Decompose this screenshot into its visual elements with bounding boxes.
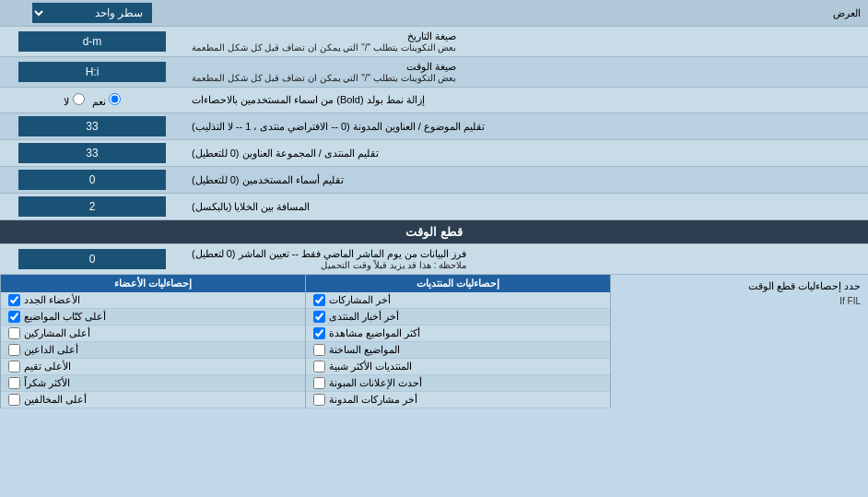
forum-per-page-label: تقليم المنتدى / المجموعة العناوين (0 للت… bbox=[184, 140, 868, 166]
cb-col2-item-3: أعلى الداعين bbox=[1, 342, 305, 359]
cb-col1-6[interactable] bbox=[313, 394, 325, 406]
date-format-row: صيغة التاريخ بعض التكوينات يتطلب "/" الت… bbox=[0, 27, 868, 57]
topics-per-page-input[interactable] bbox=[18, 116, 166, 136]
bold-remove-label: إزالة نمط بولد (Bold) من اسماء المستخدمي… bbox=[184, 88, 868, 112]
time-format-input-cell bbox=[0, 57, 184, 87]
cb-col2-item-2: أعلى المشاركين bbox=[1, 325, 305, 342]
cb-col1-1[interactable] bbox=[313, 311, 325, 323]
cut-time-filter-input-cell bbox=[0, 244, 184, 274]
topics-per-page-label: تقليم الموضوع / العناوين المدونة (0 -- ا… bbox=[184, 113, 868, 139]
cb-col2-2[interactable] bbox=[8, 327, 20, 339]
cb-col2-3[interactable] bbox=[8, 344, 20, 356]
space-between-label: المسافة بين الخلايا (بالبكسل) bbox=[184, 194, 868, 219]
radio-no[interactable] bbox=[73, 93, 85, 105]
cb-col2-6[interactable] bbox=[8, 394, 20, 406]
main-container: العرض سطر واحد سطرين ثلاثة أسطر صيغة الت… bbox=[0, 0, 868, 408]
cb-col2-5[interactable] bbox=[8, 377, 20, 389]
topics-per-page-input-cell bbox=[0, 113, 184, 139]
date-format-input-cell bbox=[0, 27, 184, 56]
date-format-label: صيغة التاريخ بعض التكوينات يتطلب "/" الت… bbox=[184, 27, 868, 56]
stats-right-note: حدد إحصاءليات قطع الوقت If FIL bbox=[610, 275, 868, 408]
cb-col1-item-2: أكثر المواضيع مشاهدة bbox=[306, 325, 610, 342]
top-select-cell: سطر واحد سطرين ثلاثة أسطر bbox=[0, 0, 184, 26]
cb-col1-2[interactable] bbox=[313, 327, 325, 339]
cb-col1-item-3: المواضيع الساخنة bbox=[306, 342, 610, 359]
time-format-row: صيغة الوقت بعض التكوينات يتطلب "/" التي … bbox=[0, 57, 868, 88]
checkbox-columns: إحصاءليات المنتديات أخر المشاركات أخر أخ… bbox=[0, 275, 610, 408]
users-per-page-label: تقليم أسماء المستخدمين (0 للتعطيل) bbox=[184, 167, 868, 193]
cb-col1-4[interactable] bbox=[313, 361, 325, 373]
stats-col2: إحصاءليات الأعضاء الأعضاء الجدد أعلى كتّ… bbox=[0, 275, 305, 408]
cb-col1-item-1: أخر أخبار المنتدى bbox=[306, 309, 610, 325]
cut-time-section-header: قطع الوقت bbox=[0, 220, 868, 244]
stats-col1-header: إحصاءليات المنتديات bbox=[306, 275, 610, 292]
cb-col1-0[interactable] bbox=[313, 294, 325, 306]
time-format-input[interactable] bbox=[18, 62, 166, 82]
users-per-page-input-cell bbox=[0, 167, 184, 193]
cb-col2-item-0: الأعضاء الجدد bbox=[1, 292, 305, 309]
cb-col1-item-6: أخر مشاركات المدونة bbox=[306, 392, 610, 408]
top-label: العرض bbox=[184, 4, 868, 23]
cb-col1-item-5: أحدث الإعلانات المبونة bbox=[306, 375, 610, 392]
space-between-row: المسافة بين الخلايا (بالبكسل) bbox=[0, 194, 868, 220]
forum-per-page-input-cell bbox=[0, 140, 184, 166]
cb-col1-3[interactable] bbox=[313, 344, 325, 356]
stats-col1: إحصاءليات المنتديات أخر المشاركات أخر أخ… bbox=[305, 275, 610, 408]
cut-time-filter-label: فرز البيانات من يوم الماشر الماضي فقط --… bbox=[184, 244, 868, 274]
space-between-input[interactable] bbox=[18, 196, 166, 217]
stats-col2-header: إحصاءليات الأعضاء bbox=[1, 275, 305, 292]
cb-col2-1[interactable] bbox=[8, 311, 20, 323]
forum-per-page-row: تقليم المنتدى / المجموعة العناوين (0 للت… bbox=[0, 140, 868, 167]
time-format-label: صيغة الوقت بعض التكوينات يتطلب "/" التي … bbox=[184, 57, 868, 87]
bold-remove-radio-cell: نعم لا bbox=[0, 88, 184, 112]
cb-col2-item-1: أعلى كتّاب المواضيع bbox=[1, 309, 305, 325]
cb-col1-item-4: المنتديات الأكثر شبية bbox=[306, 359, 610, 375]
cb-col2-item-4: الأعلى تقيم bbox=[1, 359, 305, 375]
bold-remove-row: إزالة نمط بولد (Bold) من اسماء المستخدمي… bbox=[0, 88, 868, 113]
cb-col1-5[interactable] bbox=[313, 377, 325, 389]
radio-yes-label[interactable]: نعم bbox=[92, 93, 121, 108]
radio-no-label[interactable]: لا bbox=[64, 93, 84, 108]
cut-time-filter-row: فرز البيانات من يوم الماشر الماضي فقط --… bbox=[0, 244, 868, 275]
forum-per-page-input[interactable] bbox=[18, 143, 166, 163]
users-per-page-input[interactable] bbox=[18, 170, 166, 190]
display-select[interactable]: سطر واحد سطرين ثلاثة أسطر bbox=[32, 3, 152, 23]
radio-yes[interactable] bbox=[109, 93, 121, 105]
cb-col2-4[interactable] bbox=[8, 361, 20, 373]
cb-col2-0[interactable] bbox=[8, 294, 20, 306]
filter-note: If FIL bbox=[618, 296, 861, 306]
topics-per-page-row: تقليم الموضوع / العناوين المدونة (0 -- ا… bbox=[0, 113, 868, 140]
cb-col2-item-6: أعلى المخالفين bbox=[1, 392, 305, 408]
cb-col2-item-5: الأكثر شكراً bbox=[1, 375, 305, 392]
users-per-page-row: تقليم أسماء المستخدمين (0 للتعطيل) bbox=[0, 167, 868, 194]
cb-col1-item-0: أخر المشاركات bbox=[306, 292, 610, 309]
space-between-input-cell bbox=[0, 194, 184, 219]
stats-area: حدد إحصاءليات قطع الوقت If FIL إحصاءليات… bbox=[0, 275, 868, 408]
top-row: العرض سطر واحد سطرين ثلاثة أسطر bbox=[0, 0, 868, 27]
date-format-input[interactable] bbox=[18, 31, 166, 52]
cut-time-filter-input[interactable] bbox=[18, 249, 166, 269]
